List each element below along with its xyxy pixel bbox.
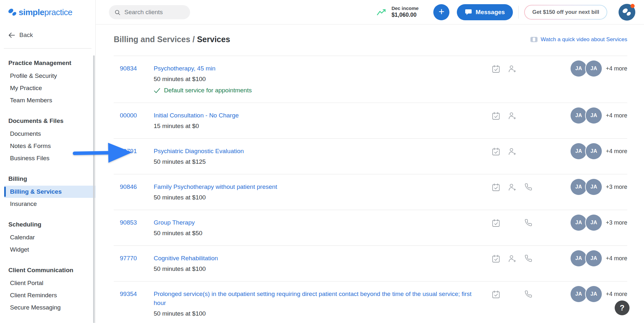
service-name-link[interactable]: Psychiatric Diagnostic Evaluation	[154, 147, 481, 156]
service-code-link[interactable]: 90834	[120, 64, 154, 73]
sidebar-item-my-practice[interactable]: My Practice	[0, 82, 95, 94]
section-billing: Billing Billing & Services Insurance	[0, 175, 95, 210]
page-content: Billing and Services / Services Watch a …	[96, 24, 644, 323]
sidebar-scrollbar[interactable]	[93, 55, 95, 323]
messages-button[interactable]: Messages	[457, 4, 513, 20]
avatar[interactable]: JA	[571, 286, 587, 302]
arrow-left-icon	[8, 32, 15, 38]
sidebar-item-profile-security[interactable]: Profile & Security	[0, 70, 95, 82]
sidebar-item-billing-services[interactable]: Billing & Services	[4, 186, 95, 198]
income-widget[interactable]: Dec income $1,060.00	[377, 5, 418, 19]
default-service-label: Default service for appointments	[164, 86, 252, 95]
person-add-icon[interactable]	[508, 183, 524, 193]
service-code-link[interactable]: 97770	[120, 254, 154, 263]
butterfly-icon	[8, 8, 17, 17]
main-area: Dec income $1,060.00 + Messages Get $150…	[96, 0, 644, 323]
calendar-check-icon[interactable]	[492, 219, 508, 229]
sidebar-item-documents[interactable]: Documents	[0, 128, 95, 140]
assigned-clinicians: JA JA +4 more	[541, 60, 627, 77]
sidebar-item-calendar[interactable]: Calendar	[0, 231, 95, 244]
section-practice-management: Practice Management Profile & Security M…	[0, 60, 95, 106]
more-count[interactable]: +4 more	[606, 65, 627, 72]
avatar[interactable]: JA	[586, 250, 602, 266]
avatar[interactable]: JA	[586, 143, 602, 159]
avatar[interactable]: JA	[586, 286, 602, 302]
avatar[interactable]: JA	[586, 60, 602, 77]
service-code-link[interactable]: 90853	[120, 218, 154, 227]
help-button[interactable]: ?	[615, 300, 630, 315]
section-title: Billing	[0, 175, 95, 182]
back-button[interactable]: Back	[8, 32, 95, 39]
sidebar-item-secure-messaging[interactable]: Secure Messaging	[0, 301, 95, 314]
calendar-check-icon[interactable]	[492, 112, 508, 122]
more-count[interactable]: +4 more	[606, 291, 627, 298]
calendar-check-icon[interactable]	[492, 147, 508, 157]
topbar-divider	[518, 6, 519, 19]
calendar-check-icon[interactable]	[492, 290, 508, 300]
watch-video-link[interactable]: Watch a quick video about Services	[530, 36, 627, 43]
service-row-icons	[492, 111, 541, 122]
create-new-button[interactable]: +	[433, 4, 449, 20]
avatar[interactable]: JA	[586, 215, 602, 231]
assigned-clinicians: JA JA +4 more	[541, 107, 627, 124]
person-add-icon[interactable]	[508, 147, 524, 157]
person-add-icon[interactable]	[508, 254, 524, 264]
service-name-link[interactable]: Group Therapy	[154, 218, 481, 227]
sidebar-item-team-members[interactable]: Team Members	[0, 94, 95, 106]
breadcrumb-parent[interactable]: Billing and Services /	[114, 35, 195, 44]
avatar[interactable]: JA	[571, 215, 587, 231]
service-row: 00000 Initial Consultation - No Charge 1…	[114, 103, 627, 139]
more-count[interactable]: +3 more	[606, 184, 627, 190]
section-title: Client Communication	[0, 267, 95, 274]
assigned-clinicians: JA JA +4 more	[541, 286, 627, 302]
service-row-icons	[492, 182, 541, 193]
butterfly-icon	[622, 8, 632, 17]
more-count[interactable]: +3 more	[606, 219, 627, 226]
avatar[interactable]: JA	[571, 107, 587, 124]
sidebar-item-client-reminders[interactable]: Client Reminders	[0, 289, 95, 301]
phone-icon[interactable]	[524, 254, 541, 264]
calendar-check-icon[interactable]	[492, 254, 508, 264]
service-name-link[interactable]: Cognitive Rehabilitation	[154, 254, 481, 263]
more-count[interactable]: +4 more	[606, 255, 627, 262]
service-code-link[interactable]: 00000	[120, 111, 154, 120]
service-row: 90834 Psychotherapy, 45 min 50 minutes a…	[114, 56, 627, 103]
avatar[interactable]: JA	[586, 107, 602, 124]
sidebar-item-insurance[interactable]: Insurance	[0, 198, 95, 210]
sidebar-item-client-portal[interactable]: Client Portal	[0, 277, 95, 289]
brand-logo[interactable]: simplepractice	[0, 0, 95, 24]
calendar-check-icon[interactable]	[492, 65, 508, 75]
person-add-icon[interactable]	[508, 112, 524, 122]
avatar[interactable]: JA	[571, 179, 587, 195]
sidebar-item-widget[interactable]: Widget	[0, 244, 95, 256]
more-count[interactable]: +4 more	[606, 112, 627, 119]
person-add-icon[interactable]	[508, 65, 524, 75]
section-client-communication: Client Communication Client Portal Clien…	[0, 267, 95, 314]
calendar-check-icon[interactable]	[492, 183, 508, 193]
service-name-link[interactable]: Initial Consultation - No Charge	[154, 111, 481, 120]
avatar[interactable]: JA	[571, 60, 587, 77]
service-name-link[interactable]: Psychotherapy, 45 min	[154, 64, 481, 73]
service-code-link[interactable]: 99354	[120, 290, 154, 299]
search-input[interactable]	[109, 5, 190, 19]
phone-icon[interactable]	[524, 183, 541, 193]
service-row: 90791 Psychiatric Diagnostic Evaluation …	[114, 139, 627, 174]
service-detail: 50 minutes at $125	[154, 157, 481, 166]
phone-icon[interactable]	[524, 219, 541, 229]
avatar[interactable]: JA	[571, 143, 587, 159]
phone-icon[interactable]	[524, 290, 541, 300]
account-avatar[interactable]	[619, 4, 635, 21]
avatar[interactable]: JA	[586, 179, 602, 195]
service-name-link[interactable]: Family Psychotherapy without patient pre…	[154, 182, 481, 191]
film-strip-icon	[530, 36, 538, 43]
assigned-clinicians: JA JA +4 more	[541, 250, 627, 266]
referral-promo-button[interactable]: Get $150 off your next bill	[524, 5, 607, 20]
more-count[interactable]: +4 more	[606, 148, 627, 155]
assigned-clinicians: JA JA +3 more	[541, 179, 627, 195]
trend-up-icon	[377, 8, 387, 16]
default-service-note: Default service for appointments	[154, 86, 481, 95]
service-detail: 50 minutes at $50	[154, 229, 481, 238]
service-name-link[interactable]: Prolonged service(s) in the outpatient s…	[154, 290, 481, 308]
avatar[interactable]: JA	[571, 250, 587, 266]
service-code-link[interactable]: 90846	[120, 182, 154, 191]
